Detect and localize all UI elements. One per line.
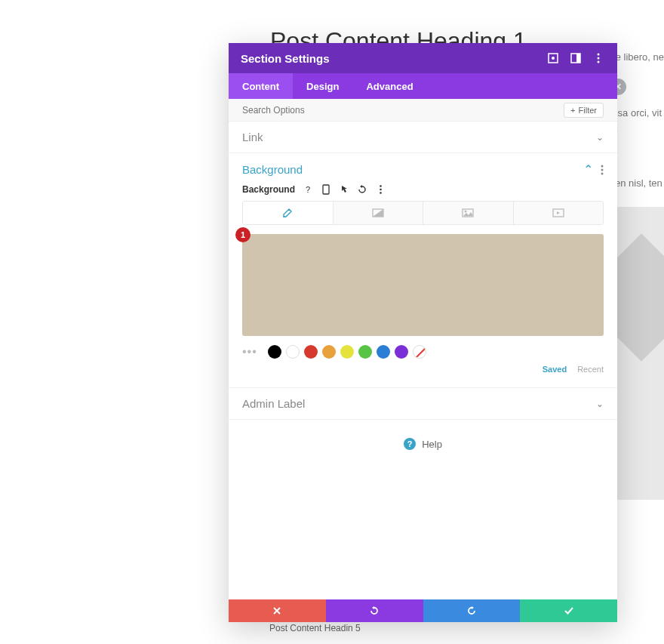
section-background: Background ⌃ Background ? [229,153,617,388]
hover-icon[interactable] [339,184,349,195]
swatch-more-icon[interactable]: ••• [242,345,257,359]
modal-tabs: Content Design Advanced [229,73,617,99]
swatch-white[interactable] [286,345,300,359]
bg-type-gradient[interactable] [334,202,424,224]
section-link-title: Link [242,131,596,143]
help-circle-icon: ? [404,438,416,450]
panel-body: Link ⌄ Background ⌃ Background ? [229,122,617,599]
svg-point-13 [380,192,382,194]
svg-point-4 [598,54,600,56]
modal-footer [229,599,617,622]
modal-header: Section Settings [229,43,617,73]
section-more-icon[interactable] [601,165,604,175]
page-gallery-block [617,207,664,500]
color-preview-wrap: 1 [242,234,604,336]
svg-rect-10 [323,185,329,194]
swatch-red[interactable] [304,345,318,359]
save-button[interactable] [520,599,617,622]
chevron-down-icon: ⌄ [596,399,604,409]
section-settings-modal: Section Settings Content Design Advanced… [229,43,617,622]
svg-point-12 [380,189,382,191]
svg-point-16 [465,211,467,213]
filter-button[interactable]: + Filter [564,103,604,118]
section-admin-label-title: Admin Label [242,397,596,410]
dock-icon[interactable] [569,51,583,65]
page-list-heading: Post Content Headin 5 [269,623,361,633]
bg-type-color[interactable] [243,202,334,224]
svg-point-1 [552,57,555,60]
chevron-down-icon: ⌄ [596,132,604,143]
bg-type-image[interactable] [423,202,514,224]
swatch-orange[interactable] [322,345,336,359]
tab-design[interactable]: Design [293,73,352,99]
section-link[interactable]: Link ⌄ [229,122,617,153]
cancel-button[interactable] [229,599,326,622]
more-icon[interactable] [592,51,605,65]
reset-icon[interactable] [357,184,367,195]
undo-button[interactable] [326,599,423,622]
bg-type-video[interactable] [514,202,604,224]
help-label: Help [422,439,442,450]
expand-icon[interactable] [546,51,560,65]
svg-point-7 [601,165,604,167]
field-more-icon[interactable] [375,184,386,195]
svg-point-11 [380,185,382,187]
tab-content[interactable]: Content [229,73,293,99]
section-admin-label[interactable]: Admin Label ⌄ [229,388,617,420]
tab-advanced[interactable]: Advanced [352,73,426,99]
responsive-icon[interactable] [321,184,331,195]
swatch-none[interactable] [413,345,426,359]
swatch-blue[interactable] [377,345,390,359]
color-preview[interactable] [242,234,604,336]
redo-button[interactable] [423,599,521,622]
search-row: + Filter [229,99,617,122]
search-input[interactable] [242,105,564,116]
chevron-up-icon[interactable]: ⌃ [583,162,593,177]
plus-icon: + [570,106,575,115]
background-type-tabs [242,201,604,225]
help-row[interactable]: ? Help [229,420,617,468]
saved-tab[interactable]: Saved [543,365,567,374]
svg-point-6 [598,61,600,63]
svg-rect-3 [576,54,580,63]
svg-point-8 [601,168,604,171]
background-label: Background [242,184,295,195]
swatches-row: ••• [242,345,604,359]
modal-title: Section Settings [241,52,537,65]
swatch-yellow[interactable] [340,345,354,359]
annotation-badge: 1 [235,227,251,242]
swatch-purple[interactable] [395,345,408,359]
section-background-title: Background [242,163,576,176]
svg-point-9 [601,172,604,174]
help-icon[interactable]: ? [303,184,313,195]
swatch-green[interactable] [358,345,372,359]
saved-recent-row: Saved Recent [242,365,604,374]
recent-tab[interactable]: Recent [577,365,604,374]
svg-point-5 [598,57,600,60]
swatch-black[interactable] [268,345,281,359]
background-label-row: Background ? [242,184,604,195]
